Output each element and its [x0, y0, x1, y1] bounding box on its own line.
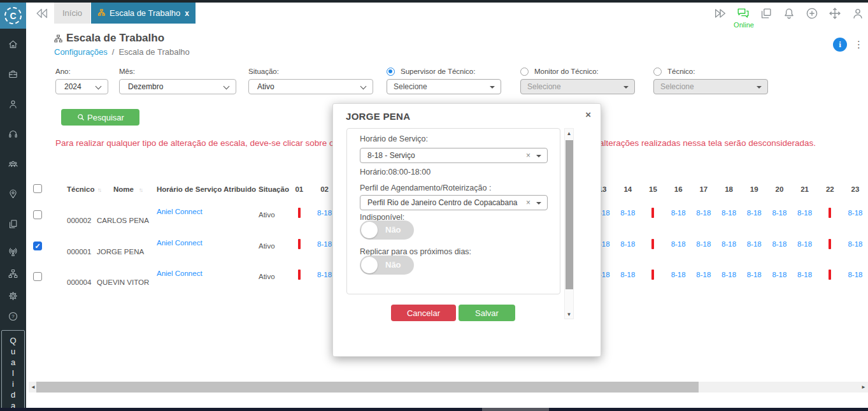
fast-forward-icon[interactable] — [713, 6, 727, 20]
row-checkbox[interactable]: ✓ — [33, 242, 42, 250]
collapse-tabs-icon[interactable] — [35, 6, 52, 20]
modal-scrollbar-thumb[interactable] — [566, 140, 573, 289]
schedule-cell-link[interactable]: 8-18 — [317, 209, 332, 217]
mes-select[interactable]: Dezembro — [119, 79, 236, 94]
home-icon[interactable] — [0, 38, 26, 50]
schedule-cell-link[interactable]: 8-18 — [722, 209, 736, 217]
sort-horario-icon[interactable]: ↑↓ — [245, 187, 248, 193]
radio-tecnico[interactable] — [653, 68, 662, 76]
modal-scrollbar[interactable]: ▲ ▼ — [564, 128, 574, 319]
notifications-bell-icon[interactable] — [782, 6, 796, 20]
tab-inicio[interactable]: Início — [54, 3, 90, 24]
clear-selection-icon[interactable]: × — [526, 151, 530, 160]
sort-tecnico-icon[interactable]: ↑↓ — [97, 187, 101, 193]
map-pin-icon[interactable] — [0, 187, 26, 200]
sort-nome-icon[interactable]: ↑↓ — [139, 187, 142, 193]
day-header-22[interactable]: 22 — [817, 185, 843, 193]
radio-supervisor[interactable] — [387, 68, 395, 76]
col-tecnico[interactable]: Técnico — [67, 185, 94, 193]
schedule-cell-link[interactable]: 8-18 — [797, 240, 812, 248]
help-icon[interactable]: ? — [0, 310, 26, 322]
schedule-cell-link[interactable]: 8-18 — [747, 271, 762, 278]
day-header-15[interactable]: 15 — [641, 185, 666, 193]
briefcase-icon[interactable] — [0, 68, 26, 80]
sitemap-icon[interactable] — [0, 267, 26, 280]
tab-close-icon[interactable]: x — [185, 9, 189, 18]
schedule-cell-link[interactable]: 8-18 — [671, 209, 686, 217]
horario-servico-link[interactable]: Aniel Connect — [157, 208, 203, 215]
schedule-cell-link[interactable]: 8-18 — [848, 240, 862, 248]
day-header-18[interactable]: 18 — [716, 185, 742, 193]
horario-servico-link[interactable]: Aniel Connect — [157, 239, 203, 247]
situacao-select[interactable]: Ativo — [248, 79, 373, 94]
day-header-20[interactable]: 20 — [767, 185, 792, 193]
schedule-cell-link[interactable]: 8-18 — [722, 240, 736, 248]
chat-online-icon[interactable] — [736, 6, 750, 20]
schedule-cell-link[interactable]: 8-18 — [772, 240, 786, 248]
horizontal-scrollbar-thumb[interactable] — [36, 382, 699, 393]
headset-icon[interactable] — [0, 127, 26, 140]
schedule-cell-link[interactable]: 8-18 — [848, 271, 862, 278]
supervisor-select[interactable]: Selecione — [387, 79, 501, 94]
perfil-select[interactable]: Perfil Rio de Janeiro Centro de Copacaba… — [360, 195, 548, 210]
day-header-14[interactable]: 14 — [615, 185, 641, 193]
cancelar-button[interactable]: Cancelar — [391, 305, 456, 321]
broadcast-icon[interactable] — [0, 245, 26, 258]
schedule-cell-link[interactable]: 8-18 — [772, 209, 786, 217]
schedule-cell-link[interactable]: 8-18 — [696, 209, 711, 217]
schedule-cell-link[interactable]: 8-18 — [722, 271, 736, 278]
move-icon[interactable] — [828, 6, 842, 20]
radio-monitor[interactable] — [520, 68, 529, 76]
indisponivel-toggle[interactable]: Não — [360, 220, 414, 240]
select-all-checkbox[interactable] — [33, 184, 42, 193]
copy-windows-icon[interactable] — [759, 6, 773, 20]
row-checkbox[interactable] — [33, 272, 42, 281]
row-checkbox[interactable] — [33, 210, 42, 219]
day-header-01[interactable]: 01 — [287, 185, 312, 193]
schedule-cell-link[interactable]: 8-18 — [317, 271, 332, 278]
day-header-16[interactable]: 16 — [665, 185, 691, 193]
schedule-cell-link[interactable]: 8-18 — [671, 271, 686, 278]
schedule-cell-link[interactable]: 8-18 — [747, 209, 762, 217]
horizontal-scrollbar[interactable]: ◄ ► — [29, 382, 868, 393]
add-circle-icon[interactable] — [805, 6, 819, 20]
schedule-cell-link[interactable]: 8-18 — [317, 240, 332, 248]
breadcrumb-configuracoes-link[interactable]: Configurações — [54, 47, 108, 57]
pesquisar-button[interactable]: Pesquisar — [61, 109, 139, 126]
clear-selection-icon[interactable]: × — [526, 198, 530, 207]
quality-vertical-banner[interactable]: Qualidade — [1, 330, 25, 411]
app-logo[interactable]: C — [0, 3, 26, 29]
scroll-up-icon[interactable]: ▲ — [565, 129, 573, 138]
modal-close-icon[interactable]: × — [585, 109, 591, 120]
salvar-button[interactable]: Salvar — [459, 305, 515, 321]
gear-icon[interactable] — [0, 289, 26, 302]
schedule-cell-link[interactable]: 8-18 — [848, 209, 862, 217]
schedule-cell-link[interactable]: 8-18 — [620, 271, 635, 278]
team-icon[interactable] — [0, 157, 26, 170]
col-horario[interactable]: Horário de Serviço Atribuido — [157, 185, 256, 193]
schedule-cell-link[interactable]: 8-18 — [772, 271, 786, 278]
tab-escala-de-trabalho[interactable]: Escala de Trabalho x — [91, 3, 196, 24]
scroll-down-icon[interactable]: ▼ — [565, 310, 573, 319]
day-header-23[interactable]: 23 — [843, 185, 868, 193]
schedule-cell-link[interactable]: 8-18 — [797, 209, 812, 217]
horario-servico-link[interactable]: Aniel Connect — [157, 270, 203, 277]
day-header-17[interactable]: 17 — [691, 185, 716, 193]
schedule-cell-link[interactable]: 8-18 — [696, 271, 711, 278]
horario-servico-select[interactable]: 8-18 - Serviço × — [360, 148, 548, 163]
schedule-cell-link[interactable]: 8-18 — [620, 240, 635, 248]
day-header-21[interactable]: 21 — [792, 185, 818, 193]
schedule-cell-link[interactable]: 8-18 — [620, 209, 635, 217]
schedule-cell-link[interactable]: 8-18 — [747, 240, 762, 248]
kebab-menu-icon[interactable]: ⋮ — [854, 39, 864, 50]
info-button[interactable]: i — [833, 38, 847, 52]
monitor-select[interactable]: Selecione — [520, 79, 635, 94]
pages-icon[interactable] — [0, 217, 26, 230]
col-nome[interactable]: Nome — [113, 185, 134, 193]
day-header-19[interactable]: 19 — [741, 185, 767, 193]
profile-icon[interactable] — [851, 6, 865, 20]
user-icon[interactable] — [0, 97, 26, 110]
schedule-cell-link[interactable]: 8-18 — [797, 271, 812, 278]
tecnico-select[interactable]: Selecione — [653, 79, 768, 94]
ano-select[interactable]: 2024 — [55, 79, 108, 94]
